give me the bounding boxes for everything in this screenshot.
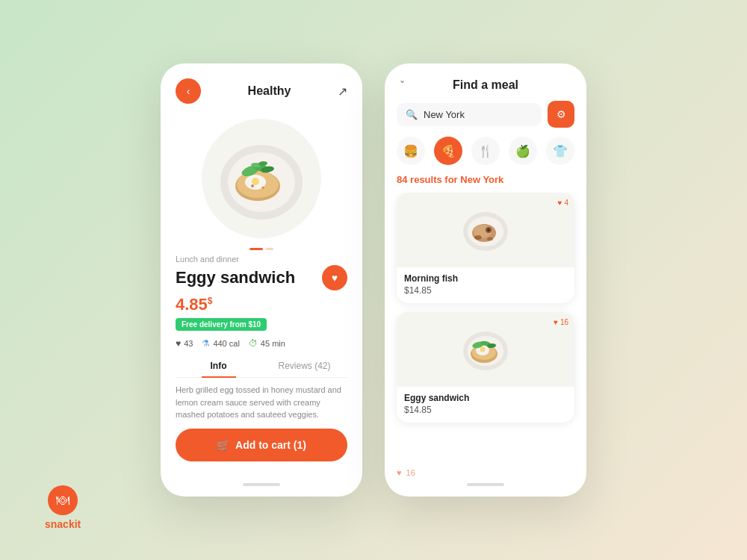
tab-reviews[interactable]: Reviews (42) [261, 355, 347, 377]
stat-time: ⏱ 45 min [249, 338, 285, 349]
tab-reviews-label: Reviews (42) [278, 361, 330, 371]
likes-value: 43 [184, 339, 193, 348]
svg-point-19 [474, 235, 482, 240]
food-details: Lunch and dinner Eggy sandwich ♥ 4.85$ F… [161, 255, 362, 477]
back-button[interactable]: ‹ [176, 78, 201, 104]
heart-icon: ♥ [554, 318, 558, 326]
search-input-container[interactable]: 🔍 New York [397, 103, 542, 126]
phone-detail: ‹ Healthy ↗ [161, 63, 362, 497]
bottom-bar [161, 483, 362, 486]
result-name-0: Morning fish [404, 273, 567, 284]
result-card-0: ♥ 4 Morning fish $14.85 [397, 193, 574, 303]
burger-icon: 🍔 [403, 144, 418, 158]
right-bottom-bar [385, 483, 586, 486]
svg-point-20 [487, 237, 493, 241]
svg-point-12 [262, 187, 264, 189]
cat-pizza[interactable]: 🍕 [434, 137, 462, 165]
results-label: results for New York [410, 174, 503, 185]
result-price-0: $14.85 [404, 285, 567, 296]
healthy-icon: 🍏 [515, 144, 530, 158]
logo-icon: 🍽 [48, 485, 78, 515]
time-value: 45 min [261, 339, 285, 348]
svg-point-26 [480, 347, 486, 352]
detail-top-bar: ‹ Healthy ↗ [161, 63, 362, 111]
svg-point-11 [251, 184, 254, 187]
result-card-info-0: Morning fish $14.85 [397, 267, 574, 303]
cat-shirt[interactable]: 👕 [546, 137, 574, 165]
result-card-info-1: Eggy sandwich $14.85 [397, 387, 574, 423]
results-text: 84 results for New York [385, 174, 586, 193]
result-card-1: ♥ 16 Eggy sandwich $14.85 [397, 312, 574, 423]
app-container: ‹ Healthy ↗ [0, 0, 747, 560]
logo-text: snackit [45, 518, 81, 530]
search-icon: 🔍 [406, 109, 418, 120]
search-top-bar: ˅ Find a meal [385, 63, 586, 101]
likes-count: 4 [564, 199, 568, 207]
tab-info-label: Info [211, 361, 227, 371]
svg-point-18 [487, 228, 490, 231]
results-count: 84 [397, 174, 407, 185]
calories-value: 440 cal [213, 339, 239, 348]
svg-point-5 [252, 178, 259, 185]
likes-count: 16 [560, 318, 568, 326]
back-icon: ‹ [187, 85, 190, 97]
partial-card-peek: ♥ 16 [385, 462, 586, 477]
stats-row: ♥ 43 ⚗ 440 cal ⏱ 45 min [176, 338, 347, 349]
chevron-down-icon[interactable]: ˅ [400, 79, 405, 91]
bottom-indicator [243, 483, 280, 486]
results-list: ♥ 4 Morning fish $14.85 [385, 193, 586, 462]
phone-search: ˅ Find a meal 🔍 New York ⚙ 🍔 🍕 🍴 🍏 [385, 63, 586, 497]
shirt-icon: 👕 [553, 144, 568, 158]
currency: $ [208, 296, 213, 306]
food-description: Herb grilled egg tossed in honey mustard… [176, 384, 347, 421]
dot-active [249, 248, 263, 250]
progress-dots [161, 248, 362, 250]
food-illustration [209, 126, 314, 231]
search-row: 🔍 New York ⚙ [385, 101, 586, 137]
price-row: 4.85$ [176, 295, 347, 314]
add-to-cart-button[interactable]: 🛒 Add to cart (1) [176, 429, 347, 461]
fish-illustration [456, 200, 515, 260]
dot-inactive [266, 248, 273, 250]
logo-area: 🍽 snackit [45, 485, 81, 530]
time-icon: ⏱ [249, 338, 258, 349]
tabs-row: Info Reviews (42) [176, 355, 347, 378]
result-likes-0: ♥ 4 [558, 199, 569, 207]
food-name: Eggy sandwich [176, 268, 295, 287]
result-price-1: $14.85 [404, 405, 567, 415]
meal-type: Lunch and dinner [176, 255, 347, 264]
share-button[interactable]: ↗ [338, 84, 347, 99]
right-bottom-indicator [467, 483, 504, 486]
food-name-row: Eggy sandwich ♥ [176, 265, 347, 290]
calories-icon: ⚗ [202, 338, 210, 349]
utensil-icon: 🍴 [478, 144, 493, 158]
stat-calories: ⚗ 440 cal [202, 338, 239, 349]
price-value: 4.85 [176, 295, 208, 314]
filter-button[interactable]: ⚙ [548, 101, 574, 128]
heart-icon: ♥ [397, 468, 402, 477]
price: 4.85$ [176, 295, 213, 314]
result-card-img-1: ♥ 16 [397, 312, 574, 387]
search-title: Find a meal [453, 78, 518, 92]
stat-likes: ♥ 43 [176, 338, 193, 349]
favorite-button[interactable]: ♥ [322, 265, 347, 290]
cat-utensil[interactable]: 🍴 [471, 137, 500, 165]
cat-burger[interactable]: 🍔 [397, 137, 425, 165]
heart-icon: ♥ [332, 272, 338, 284]
food-image [202, 119, 321, 238]
cart-icon: 🛒 [217, 439, 229, 451]
filter-icon: ⚙ [557, 108, 566, 120]
category-row: 🍔 🍕 🍴 🍏 👕 [385, 137, 586, 174]
add-to-cart-label: Add to cart (1) [235, 439, 306, 451]
logo-icon-symbol: 🍽 [56, 493, 69, 508]
result-card-img-0: ♥ 4 [397, 193, 574, 267]
detail-title: Healthy [248, 84, 291, 98]
search-input[interactable]: New York [424, 109, 465, 120]
food-image-container [161, 111, 362, 242]
heart-icon: ♥ [176, 338, 181, 349]
pizza-icon: 🍕 [441, 144, 456, 158]
free-delivery-badge: Free delivery from $10 [176, 318, 267, 331]
cat-healthy[interactable]: 🍏 [509, 137, 537, 165]
tab-info[interactable]: Info [176, 355, 261, 377]
sandwich-illustration [456, 320, 515, 379]
